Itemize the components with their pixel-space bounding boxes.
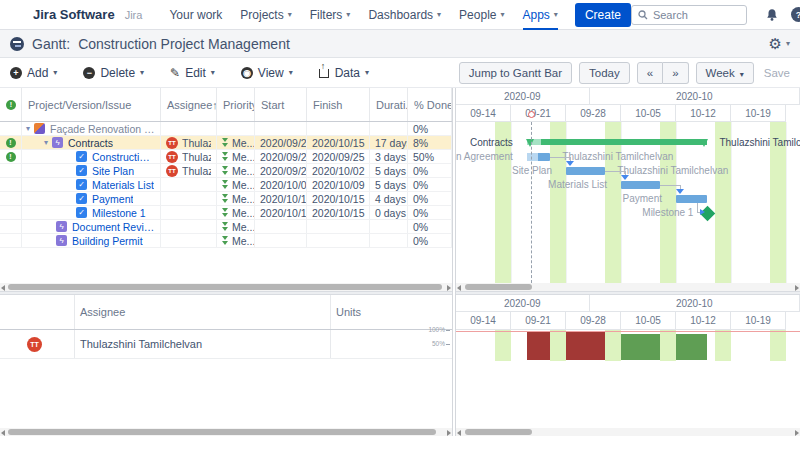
delete-menu-button[interactable]: −Delete▾ (83, 66, 144, 80)
resources-col-assignee[interactable]: Assignee (80, 306, 125, 318)
dependency-arrow-icon (566, 161, 574, 166)
column-header-Durati...[interactable]: Durati... (370, 88, 408, 121)
allocation-bar[interactable] (621, 334, 660, 360)
week-cell[interactable]: 09-28 (566, 312, 621, 330)
notifications-bell-icon[interactable] (765, 8, 779, 22)
gantt-task-bar[interactable] (676, 195, 707, 203)
issue-row[interactable]: ▾Façade Renovation Project0% (0, 122, 452, 136)
issue-row[interactable]: ✓Materials ListMe...2020/10/052020/10/09… (0, 178, 452, 192)
nav-your-work[interactable]: Your work (169, 0, 222, 30)
create-button[interactable]: Create (575, 3, 631, 27)
gantt-task-bar[interactable] (566, 167, 605, 175)
assignee-name: Thulazsh... (182, 137, 211, 149)
search-input[interactable]: Search (631, 5, 747, 25)
issue-name[interactable]: Milestone 1 (92, 207, 146, 219)
nav-apps[interactable]: Apps▾ (523, 0, 558, 30)
gantt-task-bar[interactable] (527, 153, 551, 161)
week-cell[interactable]: 09-14 (456, 312, 511, 330)
nav-filters[interactable]: Filters▾ (310, 0, 351, 30)
view-menu-button[interactable]: ◉View▾ (241, 66, 293, 80)
issue-row[interactable]: ϟDocument ReviewMe...0% (0, 220, 452, 234)
jump-to-gantt-bar-button[interactable]: Jump to Gantt Bar (459, 62, 572, 84)
allocation-bar[interactable] (676, 334, 707, 360)
expand-caret-icon[interactable]: ▾ (26, 124, 30, 133)
data-menu-button[interactable]: Data▾ (319, 66, 369, 80)
zoom-level-dropdown[interactable]: Week▾ (696, 62, 754, 84)
scrollbar-thumb[interactable] (8, 284, 442, 290)
issue-name[interactable]: Façade Renovation Project (50, 123, 155, 135)
start-cell (255, 234, 307, 247)
week-cell[interactable]: 09-28 (566, 105, 621, 122)
column-header-Project/Version/Issue[interactable]: Project/Version/Issue (22, 88, 161, 121)
resources-horizontal-scrollbar[interactable] (0, 428, 452, 436)
overallocation-bar[interactable] (566, 332, 605, 360)
column-header-status[interactable]: ! (0, 88, 22, 121)
week-cell[interactable]: 09-21 (511, 312, 566, 330)
scrollbar-thumb[interactable] (465, 429, 532, 435)
issue-name[interactable]: Payment (92, 193, 133, 205)
issue-name[interactable]: Site Plan (92, 165, 134, 177)
gantt-summary-bar[interactable] (527, 139, 708, 145)
nav-dashboards[interactable]: Dashboards▾ (368, 0, 441, 30)
bar-label-right: Thulazshini Tamilchelvan (562, 151, 673, 163)
histogram-horizontal-scrollbar[interactable] (456, 428, 800, 436)
scrollbar-thumb[interactable] (465, 284, 532, 290)
help-icon[interactable]: ? (791, 7, 800, 22)
finish-cell: 2020/10/15 (307, 192, 370, 205)
issue-row[interactable]: ✓PaymentMe...2020/10/122020/10/154 days0… (0, 192, 452, 206)
add-menu-button[interactable]: +Add▾ (10, 66, 57, 80)
resources-col-units[interactable]: Units (336, 306, 361, 318)
issue-row[interactable]: !▾ϟContractsTTThulazsh...Me...2020/09/23… (0, 136, 452, 150)
issue-name[interactable]: Document Review (72, 221, 155, 233)
week-cell[interactable]: 10-19 (731, 105, 786, 122)
scrollbar-left-arrow[interactable] (1, 430, 5, 436)
overallocation-bar[interactable] (527, 332, 551, 360)
save-button[interactable]: Save (764, 67, 790, 79)
issue-row[interactable]: !✓Construction AgreementTTThulazsh...Me.… (0, 150, 452, 164)
column-header-Start[interactable]: Start (255, 88, 307, 121)
week-cell[interactable]: 10-12 (676, 105, 731, 122)
brand-title[interactable]: Jira Software (33, 7, 115, 22)
issue-name[interactable]: Building Permit (72, 235, 143, 247)
dependency-line (550, 157, 570, 158)
expand-caret-icon[interactable]: ▾ (44, 138, 48, 147)
issue-row[interactable]: ✓Site PlanTTThulazsh...Me...2020/09/2820… (0, 164, 452, 178)
chart-horizontal-scrollbar[interactable] (456, 283, 800, 291)
column-header-Finish[interactable]: Finish (307, 88, 370, 121)
issue-name[interactable]: Materials List (92, 179, 154, 191)
scrollbar-right-arrow[interactable] (795, 430, 799, 436)
scrollbar-thumb[interactable] (8, 429, 436, 435)
issue-name[interactable]: Construction Agreement (92, 151, 155, 163)
issue-row[interactable]: ✓Milestone 1Me...2020/10/152020/10/150 d… (0, 206, 452, 220)
column-header-Priority[interactable]: Priority (217, 88, 255, 121)
week-cell[interactable]: 10-05 (621, 105, 676, 122)
issue-row[interactable]: ϟBuilding PermitMe...0% (0, 234, 452, 248)
week-cell[interactable]: 10-05 (621, 312, 676, 330)
scrollbar-right-arrow[interactable] (447, 430, 451, 436)
chevron-down-icon: ▾ (437, 10, 441, 19)
eye-icon: ◉ (241, 67, 253, 79)
week-cell[interactable]: 09-14 (456, 105, 511, 122)
gantt-task-bar[interactable] (621, 181, 660, 189)
column-header-Assignee[interactable]: Assignee ↑ (161, 88, 217, 121)
issue-name[interactable]: Contracts (68, 137, 113, 149)
week-cell[interactable]: 10-12 (676, 312, 731, 330)
nav-projects[interactable]: Projects▾ (240, 0, 291, 30)
week-cell[interactable]: 09-21 (511, 105, 566, 122)
bar-label-left: Payment (623, 193, 662, 205)
scroll-left-button[interactable]: « (637, 62, 663, 84)
table-horizontal-scrollbar[interactable] (0, 283, 452, 291)
status-column-icon: ! (6, 100, 16, 110)
week-cell[interactable]: 10-19 (731, 312, 786, 330)
nav-people[interactable]: People▾ (459, 0, 504, 30)
resource-row[interactable]: TT Thulazshini Tamilchelvan (0, 330, 452, 359)
scroll-right-button[interactable]: » (663, 62, 688, 84)
status-cell (0, 122, 22, 135)
today-button[interactable]: Today (579, 62, 630, 84)
duration-cell: 5 days (370, 164, 408, 177)
finish-cell: 2020/10/02 (307, 164, 370, 177)
scrollbar-left-arrow[interactable] (457, 430, 461, 436)
gantt-settings-button[interactable]: ⚙ ▾ (769, 36, 790, 51)
edit-menu-button[interactable]: ✎Edit▾ (170, 66, 215, 80)
column-header-% Done[interactable]: % Done (408, 88, 452, 121)
